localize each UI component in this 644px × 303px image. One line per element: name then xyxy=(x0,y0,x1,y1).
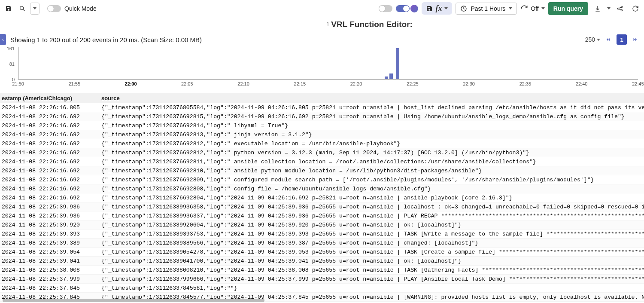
chevron-down-icon xyxy=(444,7,448,9)
table-row[interactable]: 2024-11-08 22:25:39.041{"_timestamp":173… xyxy=(0,257,644,266)
download-button[interactable] xyxy=(592,3,604,15)
cell-timestamp: 2024-11-08 22:26:16.805 xyxy=(0,104,101,111)
results-table: estamp (America/Chicago) source 2024-11-… xyxy=(0,93,644,303)
table-row[interactable]: 2024-11-08 22:26:16.805{"_timestamp":173… xyxy=(0,103,644,112)
cell-timestamp: 2024-11-08 22:25:39.920 xyxy=(0,222,101,228)
histogram-chart[interactable]: 081161 21:5021:5522:0022:0522:1022:1522:… xyxy=(15,47,638,88)
page-current[interactable]: 1 xyxy=(617,34,627,45)
avatar-icon xyxy=(410,5,418,12)
table-row[interactable]: 2024-11-08 22:25:39.936{"_timestamp":173… xyxy=(0,202,644,211)
cell-source: {"_timestamp":1731126376805584,"log":"20… xyxy=(101,104,644,111)
cell-source: {"_timestamp":1731126376692814,"log":" l… xyxy=(101,122,644,129)
page-first-button[interactable] xyxy=(604,36,613,43)
time-range-selector[interactable]: Past 1 Hours xyxy=(456,3,517,15)
pagination: 250 1 xyxy=(585,34,640,45)
table-row[interactable]: 2024-11-08 22:26:16.692{"_timestamp":173… xyxy=(0,112,644,121)
cell-timestamp: 2024-11-08 22:26:16.692 xyxy=(0,122,101,129)
quick-mode-toggle[interactable] xyxy=(47,5,61,12)
table-row[interactable]: 2024-11-08 22:25:38.008{"_timestamp":173… xyxy=(0,266,644,275)
fx-button[interactable]: fx xyxy=(422,2,452,15)
cell-timestamp: 2024-11-08 22:26:16.692 xyxy=(0,141,101,147)
table-row[interactable]: 2024-11-08 22:25:39.393{"_timestamp":173… xyxy=(0,230,644,239)
run-query-button[interactable]: Run query xyxy=(548,2,588,15)
histogram-bar[interactable] xyxy=(385,77,388,79)
editor-title: VRL Function Editor: xyxy=(331,20,413,29)
horizontal-scrollbar[interactable] xyxy=(3,299,264,302)
cell-source: {"_timestamp":1731126337845581,"log":""} xyxy=(101,285,644,291)
cell-source: {"_timestamp":1731126376692809,"log":" c… xyxy=(101,177,644,183)
histogram-bar[interactable] xyxy=(396,48,399,79)
cell-timestamp: 2024-11-08 22:26:16.692 xyxy=(0,168,101,174)
column-header-source[interactable]: source xyxy=(101,95,644,101)
histogram-bar[interactable] xyxy=(389,73,393,79)
cell-timestamp: 2024-11-08 22:26:16.692 xyxy=(0,113,101,120)
cell-timestamp: 2024-11-08 22:25:39.393 xyxy=(0,231,101,237)
column-header-timestamp[interactable]: estamp (America/Chicago) xyxy=(0,95,101,101)
page-last-button[interactable] xyxy=(630,36,640,43)
cell-timestamp: 2024-11-08 22:26:16.692 xyxy=(0,177,101,183)
secondary-toggle-1[interactable] xyxy=(379,5,392,12)
page-size-selector[interactable]: 250 xyxy=(585,36,600,43)
table-row[interactable]: 2024-11-08 22:26:16.692{"_timestamp":173… xyxy=(0,121,644,130)
cell-timestamp: 2024-11-08 22:25:39.054 xyxy=(0,249,101,255)
cell-timestamp: 2024-11-08 22:25:39.041 xyxy=(0,258,101,264)
time-range-label: Past 1 Hours xyxy=(471,5,505,12)
table-row[interactable]: 2024-11-08 22:26:16.692{"_timestamp":173… xyxy=(0,157,644,166)
table-row[interactable]: 2024-11-08 22:25:39.389{"_timestamp":173… xyxy=(0,239,644,248)
cell-source: {"_timestamp":1731126339920604,"log":"20… xyxy=(101,222,644,228)
cell-source: {"_timestamp":1731126376692810,"log":" a… xyxy=(101,168,644,174)
cell-source: {"_timestamp":1731126376692808,"log":" c… xyxy=(101,186,644,192)
toolbar: Quick Mode fx Past 1 Hours Off Run query xyxy=(0,0,644,17)
table-row[interactable]: 2024-11-08 22:26:16.692{"_timestamp":173… xyxy=(0,148,644,157)
table-row[interactable]: 2024-11-08 22:26:16.692{"_timestamp":173… xyxy=(0,193,644,202)
cell-source: {"_timestamp":1731126339936358,"log":"20… xyxy=(101,204,644,210)
collapse-sidebar-button[interactable]: ‹ xyxy=(0,34,6,45)
quick-mode-label: Quick Mode xyxy=(64,5,97,12)
reset-button[interactable] xyxy=(629,3,641,15)
secondary-toggle-2[interactable] xyxy=(396,5,410,12)
cell-timestamp: 2024-11-08 22:25:37.999 xyxy=(0,276,101,282)
editor-line-number: 1 xyxy=(326,21,329,28)
vrl-editor-header: 1 VRL Function Editor: xyxy=(0,17,644,32)
table-row[interactable]: 2024-11-08 22:25:39.054{"_timestamp":173… xyxy=(0,248,644,257)
chevron-down-icon xyxy=(597,39,600,41)
table-row[interactable]: 2024-11-08 22:26:16.692{"_timestamp":173… xyxy=(0,130,644,139)
cell-timestamp: 2024-11-08 22:25:39.936 xyxy=(0,213,101,219)
table-row[interactable]: 2024-11-08 22:26:16.692{"_timestamp":173… xyxy=(0,184,644,193)
refresh-state-label: Off xyxy=(531,5,538,12)
save-button[interactable] xyxy=(3,3,15,15)
result-summary: Showing 1 to 200 out of 200 events in 20… xyxy=(10,36,202,43)
chevron-down-icon xyxy=(541,7,545,9)
cell-source: {"_timestamp":1731126339389566,"log":"20… xyxy=(101,240,644,246)
cell-timestamp: 2024-11-08 22:25:39.936 xyxy=(0,204,101,210)
table-row[interactable]: 2024-11-08 22:25:37.999{"_timestamp":173… xyxy=(0,275,644,284)
cell-source: {"_timestamp":1731126339936337,"log":"20… xyxy=(101,213,644,219)
refresh-icon xyxy=(520,5,528,12)
clock-icon xyxy=(460,5,467,12)
table-row[interactable]: 2024-11-08 22:26:16.692{"_timestamp":173… xyxy=(0,175,644,184)
auto-refresh-selector[interactable]: Off xyxy=(520,5,544,12)
cell-source: {"_timestamp":1731126339041700,"log":"20… xyxy=(101,258,644,264)
toolbar-dropdown[interactable] xyxy=(30,3,39,15)
cell-source: {"_timestamp":1731126376692812,"log":" p… xyxy=(101,150,644,156)
cell-timestamp: 2024-11-08 22:26:16.692 xyxy=(0,186,101,192)
table-row[interactable]: 2024-11-08 22:25:39.936{"_timestamp":173… xyxy=(0,211,644,220)
cell-source: {"_timestamp":1731126339054278,"log":"20… xyxy=(101,249,644,255)
cell-timestamp: 2024-11-08 22:26:16.692 xyxy=(0,159,101,165)
table-row[interactable]: 2024-11-08 22:26:16.692{"_timestamp":173… xyxy=(0,139,644,148)
cell-timestamp: 2024-11-08 22:25:39.389 xyxy=(0,240,101,246)
cell-source: {"_timestamp":1731126337999666,"log":"20… xyxy=(101,276,644,282)
cell-source: {"_timestamp":1731126376692813,"log":" j… xyxy=(101,132,644,138)
cell-source: {"_timestamp":1731126338008210,"log":"20… xyxy=(101,267,644,273)
table-row[interactable]: 2024-11-08 22:25:39.920{"_timestamp":173… xyxy=(0,220,644,230)
cell-timestamp: 2024-11-08 22:25:37.845 xyxy=(0,285,101,291)
status-bar: ‹ Showing 1 to 200 out of 200 events in … xyxy=(0,32,644,47)
cell-source: {"_timestamp":1731126339393753,"log":"20… xyxy=(101,231,644,237)
fx-label: fx xyxy=(435,4,442,13)
download-dropdown[interactable] xyxy=(607,7,611,9)
share-button[interactable] xyxy=(614,3,626,15)
table-row[interactable]: 2024-11-08 22:26:16.692{"_timestamp":173… xyxy=(0,166,644,175)
zoom-button[interactable] xyxy=(16,3,28,15)
save-icon xyxy=(426,5,433,12)
table-row[interactable]: 2024-11-08 22:25:37.845{"_timestamp":173… xyxy=(0,284,644,293)
